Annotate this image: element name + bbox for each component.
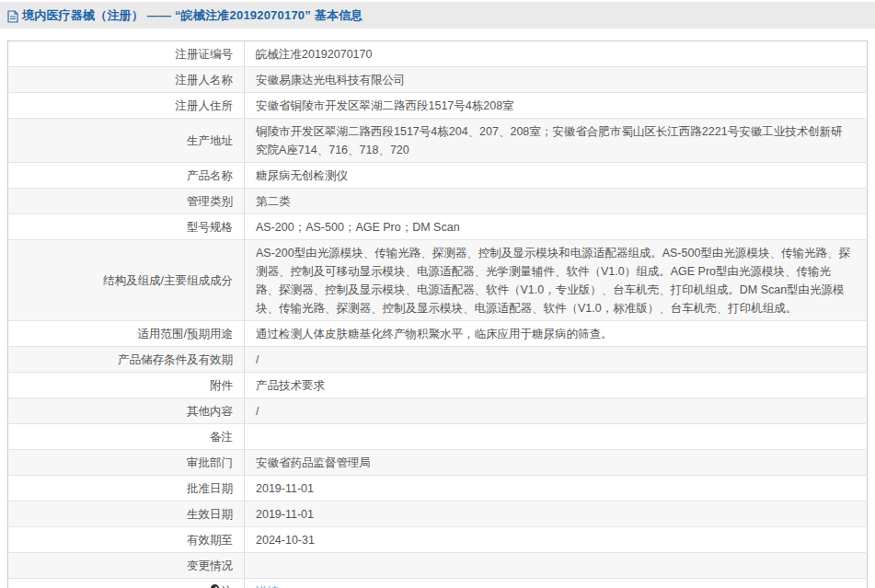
row-label-text: 产品名称 [187, 169, 233, 182]
row-value [245, 424, 868, 450]
row-value-text: 安徽易康达光电科技有限公司 [256, 74, 406, 86]
table-row: 备注 [8, 424, 868, 450]
table-row: 注册人住所安徽省铜陵市开发区翠湖二路西段1517号4栋208室 [8, 93, 868, 119]
row-value-text: 皖械注准20192070170 [256, 48, 372, 61]
row-label-text: 生产地址 [187, 134, 233, 147]
registration-info-table: 注册证编号皖械注准20192070170注册人名称安徽易康达光电科技有限公司注册… [7, 40, 868, 588]
row-value: 糖尿病无创检测仪 [245, 163, 868, 189]
table-row: 审批部门安徽省药品监督管理局 [8, 450, 868, 476]
row-value-text: AS-200；AS-500；AGE Pro；DM Scan [256, 221, 460, 234]
table-row: 附件产品技术要求 [8, 373, 868, 398]
row-value-text: 产品技术要求 [256, 379, 325, 392]
table-row: 注详情 [8, 579, 868, 588]
row-value [245, 553, 868, 579]
table-row: 适用范围/预期用途通过检测人体皮肤糖基化终产物积聚水平，临床应用于糖尿病的筛查。 [8, 321, 868, 347]
row-label-text: 其他内容 [187, 405, 233, 418]
row-value: 2019-11-01 [245, 476, 868, 502]
row-label-text: 产品储存条件及有效期 [118, 353, 233, 366]
table-row: 其他内容/ [8, 398, 868, 424]
row-label: 变更情况 [8, 553, 245, 579]
row-label: 结构及组成/主要组成成分 [8, 240, 245, 321]
row-label: 审批部门 [8, 450, 245, 476]
row-label-text: 适用范围/预期用途 [138, 328, 233, 340]
table-row: 生产地址铜陵市开发区翠湖二路西段1517号4栋204、207、208室；安徽省合… [8, 119, 868, 163]
row-value: 皖械注准20192070170 [245, 41, 868, 67]
row-value: 2019-11-01 [245, 502, 868, 527]
row-value: 安徽易康达光电科技有限公司 [245, 67, 868, 93]
row-label: 其他内容 [8, 398, 245, 424]
page-header: 境内医疗器械（注册） —— “皖械注准20192070170” 基本信息 [0, 2, 875, 29]
row-value-text: 第二类 [256, 195, 291, 208]
row-value: AS-200型由光源模块、传输光路、探测器、控制及显示模块和电源适配器组成。AS… [245, 240, 868, 321]
row-label: 型号规格 [8, 214, 245, 240]
info-table-body: 注册证编号皖械注准20192070170注册人名称安徽易康达光电科技有限公司注册… [8, 41, 868, 588]
row-label-text: 批准日期 [187, 482, 233, 495]
page-title: 境内医疗器械（注册） —— “皖械注准20192070170” 基本信息 [22, 7, 363, 24]
row-value-text: 2024-10-31 [256, 534, 315, 547]
row-value: 产品技术要求 [245, 373, 868, 398]
row-label-text: 注册人住所 [176, 99, 234, 112]
row-value: 第二类 [245, 189, 868, 214]
row-value-text: 安徽省铜陵市开发区翠湖二路西段1517号4栋208室 [256, 99, 514, 112]
row-label-text: 注册人名称 [176, 74, 234, 86]
row-value: 安徽省铜陵市开发区翠湖二路西段1517号4栋208室 [245, 93, 868, 119]
table-row: 变更情况 [8, 553, 868, 579]
row-value-text: 铜陵市开发区翠湖二路西段1517号4栋204、207、208室；安徽省合肥市蜀山… [256, 125, 843, 156]
row-label: 备注 [8, 424, 245, 450]
row-label: 有效期至 [8, 527, 245, 553]
row-label-text: 结构及组成/主要组成成分 [103, 274, 233, 287]
row-label-text: 附件 [210, 379, 233, 392]
row-value: 通过检测人体皮肤糖基化终产物积聚水平，临床应用于糖尿病的筛查。 [245, 321, 868, 347]
row-label-text: 注册证编号 [176, 48, 234, 61]
row-value: 安徽省药品监督管理局 [245, 450, 868, 476]
row-value: 铜陵市开发区翠湖二路西段1517号4栋204、207、208室；安徽省合肥市蜀山… [245, 119, 868, 163]
row-label: 生产地址 [8, 119, 245, 163]
table-row: 有效期至2024-10-31 [8, 527, 868, 553]
table-row: 产品储存条件及有效期/ [8, 347, 868, 373]
row-label-text: 审批部门 [187, 456, 233, 469]
row-value-text: / [256, 353, 259, 366]
row-value: / [245, 398, 868, 424]
row-value-text: 2019-11-01 [256, 482, 314, 495]
row-label-text: 备注 [210, 431, 233, 444]
row-value: 2024-10-31 [245, 527, 868, 553]
table-row: 批准日期2019-11-01 [8, 476, 868, 502]
table-row: 生效日期2019-11-01 [8, 502, 868, 527]
row-value-text: 2019-11-01 [256, 508, 314, 521]
row-value: / [245, 347, 868, 373]
row-value-text: 糖尿病无创检测仪 [256, 169, 348, 182]
row-label: 注册证编号 [8, 41, 245, 67]
table-row: 管理类别第二类 [8, 189, 868, 214]
table-row: 注册人名称安徽易康达光电科技有限公司 [8, 67, 868, 93]
row-label: 附件 [8, 373, 245, 398]
table-row: 结构及组成/主要组成成分AS-200型由光源模块、传输光路、探测器、控制及显示模… [8, 240, 868, 321]
row-value: AS-200；AS-500；AGE Pro；DM Scan [245, 214, 868, 240]
row-value: 详情 [245, 579, 868, 588]
row-label-text: 变更情况 [187, 559, 233, 572]
row-label: 批准日期 [8, 476, 245, 502]
row-value-text: AS-200型由光源模块、传输光路、探测器、控制及显示模块和电源适配器组成。AS… [256, 247, 850, 315]
row-label: 产品名称 [8, 163, 245, 189]
table-row: 产品名称糖尿病无创检测仪 [8, 163, 868, 189]
row-label: 适用范围/预期用途 [8, 321, 245, 347]
row-value-text: 安徽省药品监督管理局 [256, 456, 371, 469]
row-label: 产品储存条件及有效期 [8, 347, 245, 373]
row-label-text: 型号规格 [187, 221, 233, 234]
row-label: 注册人名称 [8, 67, 245, 93]
document-icon [7, 10, 18, 23]
row-label: 管理类别 [8, 189, 245, 214]
row-label-text: 有效期至 [187, 534, 233, 547]
table-row: 型号规格AS-200；AS-500；AGE Pro；DM Scan [8, 214, 868, 240]
row-value-text: 通过检测人体皮肤糖基化终产物积聚水平，临床应用于糖尿病的筛查。 [256, 328, 613, 340]
row-label-text: 生效日期 [187, 508, 233, 521]
row-label-text: 管理类别 [187, 195, 233, 208]
row-value-text: / [256, 405, 259, 418]
row-label: 生效日期 [8, 502, 245, 527]
row-label: 注 [8, 579, 245, 588]
table-row: 注册证编号皖械注准20192070170 [8, 41, 868, 67]
row-label: 注册人住所 [8, 93, 245, 119]
pin-icon [211, 583, 219, 588]
